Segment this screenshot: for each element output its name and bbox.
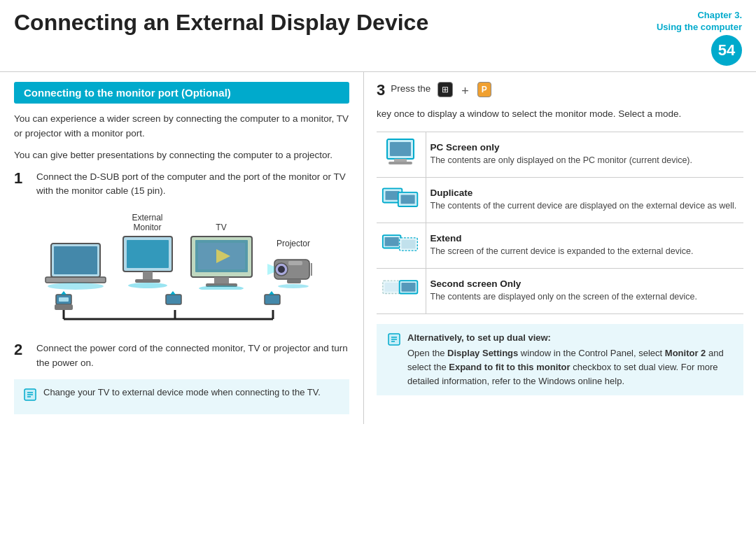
step-3-number: 3	[377, 82, 385, 99]
svg-point-18	[278, 266, 285, 273]
svg-point-24	[278, 284, 309, 288]
cable-diagram	[28, 291, 336, 326]
chapter-badge: Chapter 3. Using the computer 54	[657, 10, 742, 66]
svg-rect-23	[287, 279, 301, 283]
monitor-icon	[120, 235, 176, 290]
svg-rect-36	[265, 295, 280, 304]
mode-desc-2: The contents of the current device are d…	[430, 199, 740, 212]
svg-rect-7	[135, 279, 160, 283]
mode-text-cell-3: Extend The screen of the current device …	[426, 223, 743, 268]
step-1-number: 1	[14, 170, 29, 187]
step-2-number: 2	[14, 341, 29, 358]
mode-icon-cell-2	[377, 177, 426, 223]
mode-desc-1: The contents are only displayed on the P…	[430, 154, 740, 167]
svg-rect-27	[55, 304, 73, 310]
mode-table: PC Screen only The contents are only dis…	[377, 132, 743, 314]
tv-group: TV	[188, 223, 255, 290]
svg-rect-13	[214, 277, 229, 284]
section-header: Connecting to the monitor port (Optional…	[14, 82, 349, 104]
duplicate-icon	[382, 183, 420, 214]
step-3-text-after: key once to display a window to select t…	[377, 107, 681, 122]
svg-rect-5	[127, 240, 169, 268]
svg-point-3	[48, 283, 104, 290]
intro-text-1: You can experience a wider screen by con…	[14, 112, 349, 141]
chapter-label: Chapter 3. Using the computer	[657, 10, 742, 34]
step-1-text: Connect the D-SUB port of the computer a…	[36, 170, 349, 199]
svg-rect-57	[402, 283, 416, 292]
projector-icon	[267, 251, 320, 290]
page-title: Connecting an External Display Device	[14, 10, 657, 36]
svg-rect-45	[388, 162, 412, 164]
svg-marker-22	[267, 264, 274, 275]
mode-name-2: Duplicate	[430, 188, 740, 198]
intro-text-2: You can give better presentations by con…	[14, 148, 349, 163]
extend-icon	[382, 229, 420, 260]
svg-rect-53	[402, 239, 416, 248]
note-icon	[22, 387, 38, 408]
mode-icon-cell-3	[377, 223, 426, 268]
svg-rect-19	[288, 261, 302, 265]
step-1: 1 Connect the D-SUB port of the computer…	[14, 170, 349, 199]
monitor-label: External Monitor	[132, 213, 162, 232]
device-row: External Monitor TV	[44, 213, 320, 290]
svg-rect-1	[54, 246, 97, 274]
mode-row-4: Second screen Only The contents are disp…	[377, 268, 743, 313]
pencil-icon	[22, 387, 38, 402]
step-2-text: Connect the power cord of the connected …	[36, 341, 349, 371]
tip-box: Alternatively, to set up dual view: Open…	[377, 324, 743, 396]
right-column: 3 Press the ⊞ + P key once to display a …	[364, 72, 756, 424]
page-container: Connecting an External Display Device Ch…	[0, 0, 756, 536]
svg-rect-26	[59, 297, 69, 302]
mode-icon-cell-4	[377, 268, 426, 313]
page-number: 54	[711, 35, 742, 66]
tip-title: Alternatively, to set up dual view:	[407, 331, 734, 345]
mode-name-3: Extend	[430, 233, 740, 244]
device-illustration: External Monitor TV	[14, 207, 349, 332]
step-2: 2 Connect the power cord of the connecte…	[14, 341, 349, 371]
mode-icon-cell-1	[377, 132, 426, 177]
note-box: Change your TV to external device mode w…	[14, 379, 349, 414]
projector-label: Projector	[276, 239, 310, 248]
mode-row-2: Duplicate The contents of the current de…	[377, 177, 743, 223]
svg-point-8	[128, 283, 167, 288]
tip-icon	[386, 332, 402, 353]
tip-pencil-icon	[386, 332, 402, 347]
svg-rect-2	[46, 277, 106, 283]
monitor-group: External Monitor	[120, 213, 176, 290]
tip-content: Alternatively, to set up dual view: Open…	[407, 331, 734, 389]
mode-row-3: Extend The screen of the current device …	[377, 223, 743, 268]
mode-name-1: PC Screen only	[430, 142, 740, 153]
svg-rect-51	[385, 237, 399, 246]
step-3-inline: 3 Press the ⊞ + P key once to display a …	[377, 82, 743, 122]
left-column: Connecting to the monitor port (Optional…	[0, 72, 364, 424]
svg-rect-43	[390, 142, 411, 156]
projector-group: Projector	[267, 239, 320, 290]
header: Connecting an External Display Device Ch…	[0, 0, 756, 72]
laptop-icon	[44, 241, 107, 290]
svg-marker-33	[61, 291, 66, 295]
note-text: Change your TV to external device mode w…	[43, 386, 321, 400]
win-key-badge: ⊞	[438, 82, 453, 98]
svg-marker-35	[170, 291, 176, 295]
content-area: Connecting to the monitor port (Optional…	[0, 72, 756, 424]
svg-rect-49	[401, 195, 415, 204]
mode-text-cell-4: Second screen Only The contents are disp…	[426, 268, 743, 313]
mode-text-cell-1: PC Screen only The contents are only dis…	[426, 132, 743, 177]
mode-row-1: PC Screen only The contents are only dis…	[377, 132, 743, 177]
step-3-text-before: Press the	[391, 82, 430, 97]
pc-screen-only-icon	[382, 138, 420, 169]
second-screen-icon	[382, 274, 420, 305]
svg-rect-6	[143, 271, 153, 280]
svg-rect-55	[385, 283, 399, 292]
mode-desc-4: The contents are displayed only on the s…	[430, 290, 740, 303]
svg-rect-47	[386, 191, 400, 200]
mode-name-4: Second screen Only	[430, 278, 740, 289]
mode-text-cell-2: Duplicate The contents of the current de…	[426, 177, 743, 223]
tv-icon	[188, 235, 255, 290]
p-key-badge: P	[477, 82, 491, 98]
mode-desc-3: The screen of the current device is expa…	[430, 245, 740, 258]
plus-sign: +	[461, 82, 469, 101]
svg-rect-34	[166, 295, 181, 304]
laptop-group	[44, 241, 107, 290]
step-3-area: 3 Press the ⊞ + P key once to display a …	[377, 82, 743, 122]
